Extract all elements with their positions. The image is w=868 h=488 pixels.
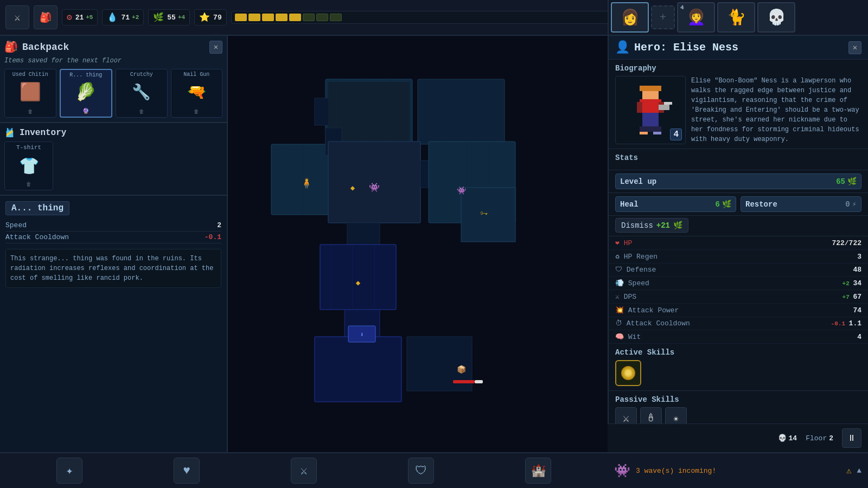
inventory-item-tshirt[interactable]: T-shirt 👕 🗑 <box>4 142 53 190</box>
svg-text:◆: ◆ <box>350 184 355 192</box>
level-up-label: Level up <box>620 177 656 186</box>
portrait-elise[interactable]: 👩 <box>611 2 649 33</box>
heal-num: 6 <box>716 200 720 209</box>
xp-seg-6-empty <box>303 14 315 21</box>
svg-rect-48 <box>640 126 650 132</box>
star-val: 79 <box>213 14 222 22</box>
portrait-skull[interactable]: 💀 <box>757 2 795 33</box>
biography-text: Elise "Boon-Boom" Ness is a lawperson wh… <box>691 76 861 144</box>
level-up-button[interactable]: Level up 65 🌿 <box>615 174 861 189</box>
backpack-header: 🎒 Backpack ✕ <box>4 40 222 54</box>
attack-cooldown-row: ⏱ Attack Cooldown -0.1 1.1 <box>609 317 868 330</box>
floor-num: 2 <box>829 434 833 442</box>
svg-text:⬇: ⬇ <box>360 331 363 339</box>
active-skill-1[interactable] <box>615 360 641 386</box>
menu-icon-button[interactable]: ⚔ <box>5 5 29 29</box>
shield-stat: 💧 71 +2 <box>102 9 144 25</box>
backpack-title-text: Backpack <box>22 42 69 53</box>
svg-rect-52 <box>640 132 648 134</box>
portrait-add-slot[interactable]: + <box>651 5 675 29</box>
gear-icon: ⚙ <box>67 12 72 23</box>
svg-rect-38 <box>475 380 483 383</box>
svg-rect-47 <box>650 113 659 126</box>
hp-row: ❤ HP 722/722 <box>609 236 868 250</box>
hp-label: ❤ HP <box>615 239 632 247</box>
defense-val: 48 <box>853 266 861 274</box>
item-detail-header: A... thing <box>5 201 221 215</box>
item-description: This strange... thing was found in the r… <box>5 249 221 288</box>
backpack-item-used-chitin[interactable]: Used Chitin 🟫 🗑 <box>4 69 56 118</box>
item-icon-used-chitin: 🟫 <box>20 85 41 102</box>
restore-icon: ⚡ <box>852 200 857 209</box>
xp-seg-5 <box>289 14 301 21</box>
inventory-title-text: Inventory <box>20 128 66 138</box>
shield-val: 71 <box>121 14 130 22</box>
item-stat-atkcool-val: -0.1 <box>205 233 221 241</box>
svg-rect-49 <box>650 126 661 132</box>
item-label-used-chitin: Used Chitin <box>12 72 48 78</box>
backpack-item-nail-gun[interactable]: Nail Gun 🔫 🗑 <box>171 69 223 118</box>
heal-label: Heal <box>620 200 639 209</box>
active-skill-icons <box>615 360 861 386</box>
svg-text:👾: 👾 <box>369 182 380 193</box>
heal-restore-row: Heal 6 🌿 Restore 0 ⚡ <box>609 193 868 216</box>
item-detail-name: A... thing <box>5 201 69 215</box>
hero-close-button[interactable]: ✕ <box>848 41 861 54</box>
active-skills-title: Active Skills <box>615 348 861 357</box>
hero-title-text: Hero: Elise Ness <box>634 41 738 54</box>
attack-cooldown-label: ⏱ Attack Cooldown <box>615 319 690 328</box>
star-icon: ⭐ <box>199 12 210 23</box>
bottom-btn-castle[interactable]: 🏰 <box>525 458 551 484</box>
biography-title: Biography <box>615 64 861 73</box>
biography-layout: 4 Elise "Boon-Boom" Ness is a lawperson … <box>615 76 861 144</box>
backpack-close-button[interactable]: ✕ <box>209 41 222 54</box>
backpack-item-thing[interactable]: R... thing 🥬 🔮 <box>60 69 113 118</box>
level-up-icon: 🌿 <box>847 177 857 186</box>
hero-detail: 👤 Hero: Elise Ness ✕ Biography <box>609 36 868 488</box>
pause-button[interactable]: ⏸ <box>842 428 861 448</box>
wave-enemy-icon: 👾 <box>614 463 630 479</box>
wave-scroll-up[interactable]: ▲ <box>857 466 861 475</box>
portrait-blond[interactable]: 4 👩‍🦱 <box>677 2 715 33</box>
wit-val: 4 <box>857 333 861 341</box>
dps-val: +7 67 <box>843 293 861 301</box>
dungeon-map: 🧍 ◆ 👾 ◆ 👾 🗝 📦 ⬇ <box>228 36 608 452</box>
xp-seg-1 <box>235 14 247 21</box>
backpack-icon: 🎒 <box>4 40 18 54</box>
wave-info: 👾 3 wave(s) incoming! ⚠ ▲ <box>608 452 868 488</box>
game-area: 🧍 ◆ 👾 ◆ 👾 🗝 📦 ⬇ <box>228 36 608 452</box>
dismiss-button[interactable]: Dismiss +21 🌿 <box>615 218 688 233</box>
svg-rect-50 <box>659 105 669 110</box>
backpack-item-crutchy[interactable]: Crutchy 🔧 🗑 <box>116 69 168 118</box>
xp-seg-2 <box>248 14 260 21</box>
attack-power-val: 74 <box>853 306 861 314</box>
hero-level-badge: 4 <box>670 129 682 140</box>
hp-val: 722/722 <box>832 239 861 247</box>
heal-val: 6 🌿 <box>716 200 731 209</box>
dismiss-icon: 🌿 <box>673 221 682 230</box>
xp-seg-4 <box>276 14 288 21</box>
heal-icon: 🌿 <box>722 200 731 209</box>
item-icon-crutchy: 🔧 <box>132 86 151 101</box>
xp-segments <box>235 14 342 21</box>
attack-power-row: 💥 Attack Power 74 <box>609 304 868 317</box>
level-up-num: 65 <box>836 177 845 186</box>
level-up-val: 65 🌿 <box>836 177 857 186</box>
gear-sub: +5 <box>86 14 93 21</box>
svg-rect-51 <box>664 102 672 105</box>
backpack-panel: 🎒 Backpack ✕ Items saved for the next fl… <box>0 36 227 123</box>
svg-rect-43 <box>640 99 661 113</box>
restore-button[interactable]: Restore 0 ⚡ <box>741 196 861 212</box>
wave-text: 3 wave(s) incoming! <box>636 467 841 475</box>
bottom-btn-star[interactable]: ✦ <box>56 458 82 484</box>
defense-label: 🛡 Defense <box>615 266 656 274</box>
backpack-icon-button[interactable]: 🎒 <box>34 5 58 29</box>
gear-val: 21 <box>75 14 84 22</box>
bottom-btn-heart[interactable]: ♥ <box>174 458 200 484</box>
bottom-btn-shield[interactable]: 🛡 <box>408 458 434 484</box>
bottom-btn-sword[interactable]: ⚔ <box>291 458 317 484</box>
heal-button[interactable]: Heal 6 🌿 <box>615 196 736 212</box>
portrait-cat[interactable]: 🐈 <box>717 2 755 33</box>
level-up-row: Level up 65 🌿 <box>609 170 868 193</box>
dismiss-label: Dismiss <box>621 221 653 230</box>
